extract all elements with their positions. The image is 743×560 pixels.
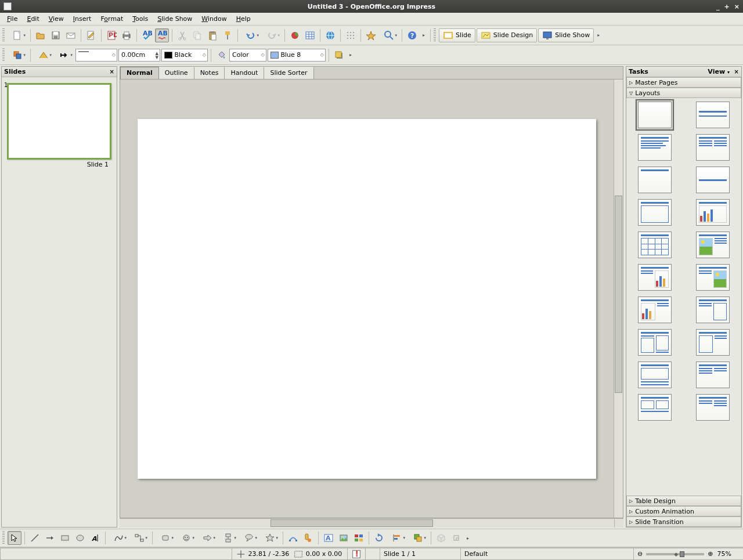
layout-title-text-clipart[interactable]	[696, 264, 730, 291]
copy-button[interactable]	[190, 28, 204, 42]
maximize-button[interactable]: +	[724, 3, 730, 10]
section-table-design[interactable]: ▷Table Design	[626, 496, 741, 506]
chart-button[interactable]	[288, 28, 302, 42]
line-tool[interactable]	[28, 531, 42, 545]
status-zoom[interactable]: ⊖ ◆ ⊕ 75%	[633, 548, 743, 560]
fill-mode-combo[interactable]: Color◇	[229, 49, 266, 62]
auto-spellcheck-button[interactable]: ABC	[155, 28, 169, 42]
toolbar-overflow[interactable]: ▸	[420, 28, 427, 42]
slides-list[interactable]: 1 Slide 1	[2, 77, 117, 527]
menu-window[interactable]: Window	[198, 14, 230, 24]
tasks-panel-close[interactable]: ×	[734, 68, 739, 75]
redo-button[interactable]	[262, 28, 282, 42]
callouts-tool[interactable]	[239, 531, 259, 545]
layout-object-over-text[interactable]	[638, 362, 672, 388]
line-pattern-combo[interactable]: ◇	[75, 49, 117, 62]
spellcheck-button[interactable]: ABC	[140, 28, 154, 42]
tab-outline[interactable]: Outline	[159, 67, 194, 79]
layout-title-text-chart[interactable]	[638, 264, 672, 291]
section-custom-animation[interactable]: ▷Custom Animation	[626, 506, 741, 516]
menu-edit[interactable]: Edit	[23, 14, 42, 24]
line-style-button[interactable]	[34, 48, 53, 62]
slide-canvas[interactable]	[138, 119, 596, 479]
tab-notes[interactable]: Notes	[194, 67, 225, 79]
new-doc-button[interactable]	[8, 28, 27, 42]
undo-button[interactable]	[241, 28, 261, 42]
arrow-style-button[interactable]	[55, 48, 74, 62]
cut-button[interactable]	[175, 28, 189, 42]
layout-two-text-rows[interactable]	[696, 362, 730, 388]
line-color-combo[interactable]: Black◇	[161, 49, 208, 62]
tab-slide-sorter[interactable]: Slide Sorter	[264, 67, 313, 79]
section-master-pages[interactable]: ▷Master Pages	[626, 77, 741, 88]
open-button[interactable]	[34, 28, 48, 42]
help-button[interactable]: ?	[405, 28, 419, 42]
layout-centered[interactable]	[696, 167, 730, 193]
gluepoints-tool[interactable]	[301, 531, 315, 545]
menu-format[interactable]: Format	[97, 14, 127, 24]
edit-file-button[interactable]	[84, 28, 98, 42]
toolbar-grip[interactable]	[434, 28, 436, 42]
tasks-view-menu[interactable]: View	[708, 68, 725, 75]
grid-button[interactable]	[344, 28, 358, 42]
layout-title-text-object[interactable]	[696, 297, 730, 323]
print-button[interactable]	[120, 28, 134, 42]
points-tool[interactable]	[286, 531, 300, 545]
section-layouts[interactable]: ▽Layouts	[626, 88, 741, 98]
menu-help[interactable]: Help	[233, 14, 254, 24]
tab-normal[interactable]: Normal	[120, 67, 159, 80]
horizontal-scrollbar[interactable]	[120, 519, 614, 528]
layout-title-content[interactable]	[638, 134, 672, 161]
arrow-tool[interactable]	[43, 531, 57, 545]
close-button[interactable]: ×	[734, 3, 740, 10]
menu-file[interactable]: File	[3, 14, 21, 24]
select-tool[interactable]	[8, 531, 21, 545]
toolbar-grip[interactable]	[2, 48, 5, 62]
paste-button[interactable]	[205, 28, 219, 42]
tab-handout[interactable]: Handout	[225, 67, 264, 79]
slide-show-button[interactable]: Slide Show	[538, 28, 594, 42]
menu-insert[interactable]: Insert	[70, 14, 95, 24]
layout-title-clipart-text[interactable]	[696, 232, 730, 258]
fontwork-tool[interactable]: A	[322, 531, 336, 545]
layout-four-objects[interactable]	[638, 329, 672, 356]
stars-tool[interactable]	[260, 531, 280, 545]
extrusion-tool[interactable]	[434, 531, 448, 545]
basic-shapes-tool[interactable]	[156, 531, 175, 545]
shadow-button[interactable]	[332, 48, 346, 62]
layout-title-table[interactable]	[638, 232, 672, 258]
navigator-button[interactable]	[364, 28, 378, 42]
gallery-tool[interactable]	[352, 531, 366, 545]
block-arrows-tool[interactable]	[197, 531, 217, 545]
text-tool[interactable]: A	[88, 531, 102, 545]
fill-color-combo[interactable]: Blue 8◇	[268, 49, 326, 62]
ellipse-tool[interactable]	[73, 531, 87, 545]
layout-six-content[interactable]	[696, 394, 730, 421]
save-button[interactable]	[49, 28, 63, 42]
arrange-button[interactable]	[8, 48, 27, 62]
layout-blank[interactable]	[638, 102, 672, 128]
toolbar-overflow[interactable]: ▸	[347, 48, 354, 62]
rectangle-tool[interactable]	[58, 531, 72, 545]
toolbar-overflow[interactable]: ▸	[595, 28, 602, 42]
from-file-tool[interactable]	[337, 531, 351, 545]
section-slide-transition[interactable]: ▷Slide Transition	[626, 516, 741, 527]
slides-panel-close[interactable]: ×	[110, 68, 114, 75]
export-pdf-button[interactable]: PDF	[104, 28, 118, 42]
flowchart-tool[interactable]	[218, 531, 238, 545]
fill-bucket-button[interactable]	[214, 48, 228, 62]
rotate-tool[interactable]	[372, 531, 386, 545]
toolbar-grip[interactable]	[2, 28, 5, 42]
align-tool[interactable]	[387, 531, 407, 545]
slide-thumbnail[interactable]: 1 Slide 1	[5, 83, 113, 168]
menu-slideshow[interactable]: Slide Show	[154, 14, 196, 24]
layout-two-content[interactable]	[696, 134, 730, 161]
layout-title-object[interactable]	[638, 199, 672, 226]
zoom-out-icon[interactable]: ⊖	[637, 550, 643, 558]
toolbar-grip[interactable]	[2, 531, 5, 545]
layout-title[interactable]	[696, 102, 730, 128]
slide-canvas-viewport[interactable]	[120, 80, 614, 518]
layout-title-chart-text[interactable]	[638, 297, 672, 323]
curve-tool[interactable]	[109, 531, 128, 545]
menu-view[interactable]: View	[45, 14, 67, 24]
